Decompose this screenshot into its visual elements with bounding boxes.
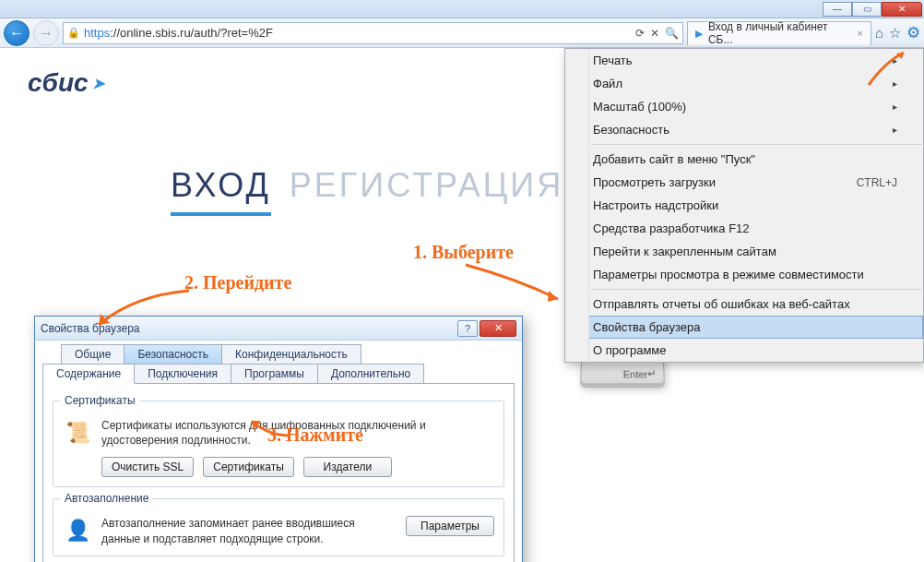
- browser-window: — ▭ ✕ ← → 🔒 https://online.sbis.ru/auth/…: [0, 0, 924, 562]
- group-label-auto: Автозаполнение: [61, 492, 152, 505]
- menu-item-настроить-надстройки[interactable]: Настроить надстройки: [565, 194, 923, 217]
- menu-item-масштаб-100-[interactable]: Масштаб (100%): [565, 95, 923, 118]
- dialog-close-button[interactable]: ✕: [480, 320, 516, 337]
- tab-strip: ▶ Вход в личный кабинет СБ... ×: [687, 21, 871, 45]
- nav-back-button[interactable]: ←: [4, 20, 30, 46]
- group-label-cert: Сертификаты: [61, 394, 139, 407]
- dialog-tab-общие[interactable]: Общие: [61, 344, 124, 365]
- auth-tabs: ВХОД РЕГИСТРАЦИЯ: [171, 166, 563, 216]
- autofill-group: Автозаполнение 👤 Автозаполнение запомина…: [53, 498, 504, 556]
- window-maximize-button[interactable]: ▭: [852, 2, 882, 17]
- url-text: https://online.sbis.ru/auth/?ret=%2F: [84, 26, 632, 40]
- menu-item-свойства-браузера[interactable]: Свойства браузера: [565, 316, 923, 339]
- annotation-step3: 3. Нажмите: [267, 424, 363, 446]
- refresh-icon[interactable]: ⟳: [635, 27, 645, 40]
- favicon-icon: ▶: [695, 28, 703, 40]
- autofill-params-button[interactable]: Параметры: [406, 516, 494, 536]
- dialog-panel: Сертификаты 📜 Сертификаты используются д…: [42, 383, 515, 562]
- menu-item-отправлять-отчеты-об-ошибках-на-веб-сайтах[interactable]: Отправлять отчеты об ошибках на веб-сайт…: [565, 293, 923, 316]
- annotation-step1: 1. Выберите: [413, 242, 514, 263]
- dialog-title: Свойства браузера: [41, 322, 140, 335]
- clear-ssl-button[interactable]: Очистить SSL: [101, 457, 194, 477]
- gear-icon[interactable]: ⚙: [906, 23, 920, 42]
- certificates-button[interactable]: Сертификаты: [203, 457, 294, 477]
- address-bar[interactable]: 🔒 https://online.sbis.ru/auth/?ret=%2F ⟳…: [63, 22, 683, 44]
- tools-menu: ПечатьФайлМасштаб (100%)Безопасность Доб…: [564, 48, 924, 363]
- dialog-tab-содержание[interactable]: Содержание: [42, 364, 135, 384]
- menu-item-печать[interactable]: Печать: [565, 49, 923, 72]
- window-minimize-button[interactable]: —: [823, 2, 852, 17]
- browser-toolbar: ← → 🔒 https://online.sbis.ru/auth/?ret=%…: [0, 18, 924, 48]
- autofill-icon: 👤: [63, 516, 92, 545]
- menu-item-перейти-к-закрепленным-сайтам[interactable]: Перейти к закрепленным сайтам: [565, 240, 923, 263]
- step1-arrow: [461, 260, 572, 306]
- menu-item-файл[interactable]: Файл: [565, 72, 923, 95]
- bird-icon: ➤: [92, 75, 104, 92]
- menu-item-о-программе[interactable]: О программе: [565, 339, 923, 362]
- window-close-button[interactable]: ✕: [882, 2, 922, 17]
- tab-close-icon[interactable]: ×: [858, 28, 863, 39]
- lock-icon: 🔒: [67, 27, 80, 39]
- favorites-icon[interactable]: ☆: [889, 25, 901, 42]
- menu-item-безопасность[interactable]: Безопасность: [565, 118, 923, 141]
- auto-description: Автозаполнение запоминает ранее вводивши…: [101, 516, 397, 545]
- stop-icon[interactable]: ✕: [650, 27, 659, 40]
- page-content: сбис➤ ВХОД РЕГИСТРАЦИЯ 🔒 Enter ↵ ПечатьФ…: [0, 48, 924, 562]
- dialog-tab-подключения[interactable]: Подключения: [134, 364, 231, 384]
- annotation-step2: 2. Перейдите: [184, 272, 291, 293]
- menu-item-просмотреть-загрузки[interactable]: Просмотреть загрузкиCTRL+J: [565, 171, 923, 194]
- window-titlebar: — ▭ ✕: [0, 0, 924, 18]
- nav-forward-button[interactable]: →: [33, 20, 59, 46]
- tab-register[interactable]: РЕГИСТРАЦИЯ: [290, 166, 563, 216]
- menu-item-параметры-просмотра-в-режиме-совместимости[interactable]: Параметры просмотра в режиме совместимос…: [565, 263, 923, 286]
- dialog-tab-дополнительно[interactable]: Дополнительно: [317, 364, 424, 384]
- tab-title: Вход в личный кабинет СБ...: [708, 20, 852, 46]
- menu-item-добавить-сайт-в-меню-пуск-[interactable]: Добавить сайт в меню "Пуск": [565, 148, 923, 171]
- certificate-icon: 📜: [63, 418, 92, 448]
- dialog-titlebar: Свойства браузера ? ✕: [35, 317, 522, 341]
- browser-tab[interactable]: ▶ Вход в личный кабинет СБ... ×: [687, 21, 871, 45]
- dialog-tab-безопасность[interactable]: Безопасность: [124, 344, 222, 365]
- dialog-tab-конфиденциальность[interactable]: Конфиденциальность: [221, 344, 361, 365]
- dialog-help-button[interactable]: ?: [457, 320, 478, 337]
- home-icon[interactable]: ⌂: [875, 25, 883, 41]
- publishers-button[interactable]: Издатели: [303, 457, 392, 477]
- sbis-logo: сбис➤: [28, 68, 104, 98]
- dialog-tab-программы[interactable]: Программы: [231, 364, 318, 384]
- tab-login[interactable]: ВХОД: [171, 166, 271, 216]
- search-icon[interactable]: 🔍: [665, 27, 679, 40]
- menu-item-средства-разработчика-f12[interactable]: Средства разработчика F12: [565, 217, 923, 240]
